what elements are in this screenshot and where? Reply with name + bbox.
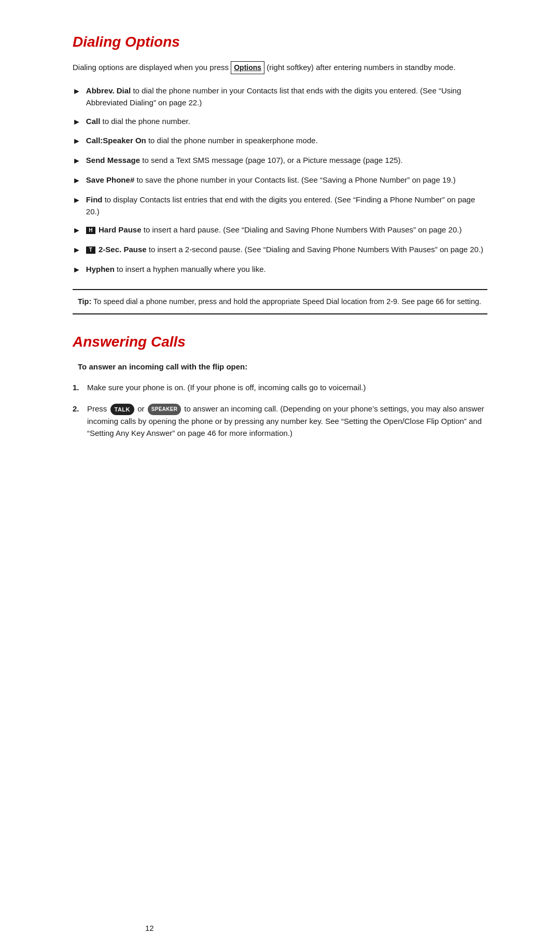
item-text: to insert a 2-second pause. (See “Dialin… [149,245,483,254]
intro-paragraph: Dialing options are displayed when you p… [73,61,487,74]
list-item: ► Abbrev. Dial to dial the phone number … [73,85,487,109]
term: Save Phone# [86,175,134,184]
answering-calls-section: Answering Calls To answer an incoming ca… [73,331,487,439]
list-item-content: H Hard Pause to insert a hard pause. (Se… [86,224,462,236]
item-text: to insert a hard pause. (See “Dialing an… [144,225,462,234]
term: Find [86,195,103,204]
step-number: 2. [73,403,87,415]
list-item-content: Send Message to send a Text SMS message … [86,154,403,166]
list-item-content: T 2-Sec. Pause to insert a 2-second paus… [86,243,483,255]
term: Hard Pause [99,225,142,234]
bullet-arrow: ► [73,135,81,148]
dialing-options-section: Dialing Options Dialing options are disp… [73,31,487,314]
page-number: 12 [145,923,154,935]
answering-calls-title: Answering Calls [73,331,487,353]
item-text: to dial the phone number in speakerphone… [148,136,318,145]
tip-text: To speed dial a phone number, press and … [93,297,481,306]
term: Hyphen [86,265,115,273]
list-item-content: Abbrev. Dial to dial the phone number in… [86,85,487,109]
talk-button-icon: TALK [110,404,135,415]
bullet-arrow: ► [73,244,81,257]
bullet-arrow: ► [73,116,81,129]
h-pause-icon: H [86,227,95,234]
bullet-arrow: ► [73,155,81,168]
flip-open-heading: To answer an incoming call with the flip… [78,361,487,373]
step-number: 1. [73,381,87,393]
dialing-options-title: Dialing Options [73,31,487,53]
step-text: Press TALK or SPEAKER to answer an incom… [87,403,487,439]
list-item: ► Send Message to send a Text SMS messag… [73,154,487,168]
speaker-button-icon: SPEAKER [148,404,181,415]
bullet-arrow: ► [73,174,81,187]
list-item: ► Save Phone# to save the phone number i… [73,174,487,187]
term: Call [86,117,101,126]
answering-steps-list: 1. Make sure your phone is on. (If your … [73,381,487,439]
item-text: to insert a hyphen manually where you li… [117,265,266,273]
list-item: ► Call:Speaker On to dial the phone numb… [73,134,487,148]
options-key: Options [231,61,264,74]
tip-box: Tip: To speed dial a phone number, press… [73,289,487,315]
list-item: ► H Hard Pause to insert a hard pause. (… [73,224,487,237]
list-item: ► Hyphen to insert a hyphen manually whe… [73,263,487,277]
step-1: 1. Make sure your phone is on. (If your … [73,381,487,393]
item-text: to dial the phone number. [103,117,190,126]
bullet-arrow: ► [73,224,81,237]
bullet-arrow: ► [73,194,81,207]
step-2: 2. Press TALK or SPEAKER to answer an in… [73,403,487,439]
list-item-content: Find to display Contacts list entries th… [86,194,487,218]
list-item-content: Save Phone# to save the phone number in … [86,174,456,186]
term: Abbrev. Dial [86,86,131,95]
term: Send Message [86,156,140,164]
list-item-content: Call to dial the phone number. [86,115,190,127]
list-item: ► Find to display Contacts list entries … [73,194,487,218]
list-item: ► Call to dial the phone number. [73,115,487,129]
step-text: Make sure your phone is on. (If your pho… [87,381,366,393]
bullet-arrow: ► [73,85,81,98]
term: Call:Speaker On [86,136,146,145]
item-text: to dial the phone number in your Contact… [86,86,461,107]
item-text: to save the phone number in your Contact… [136,175,455,184]
tip-label: Tip: [78,297,91,306]
term: 2-Sec. Pause [99,245,147,254]
list-item-content: Call:Speaker On to dial the phone number… [86,134,318,146]
item-text: to display Contacts list entries that en… [86,195,475,216]
intro-text-before: Dialing options are displayed when you p… [73,63,229,72]
t-pause-icon: T [86,246,95,254]
list-item: ► T 2-Sec. Pause to insert a 2-second pa… [73,243,487,257]
page-wrapper: Dialing Options Dialing options are disp… [73,31,487,934]
dialing-options-list: ► Abbrev. Dial to dial the phone number … [73,85,487,277]
bullet-arrow: ► [73,264,81,277]
intro-text-after: (right softkey) after entering numbers i… [267,63,455,72]
item-text: to send a Text SMS message (page 107), o… [142,156,403,164]
list-item-content: Hyphen to insert a hyphen manually where… [86,263,266,275]
